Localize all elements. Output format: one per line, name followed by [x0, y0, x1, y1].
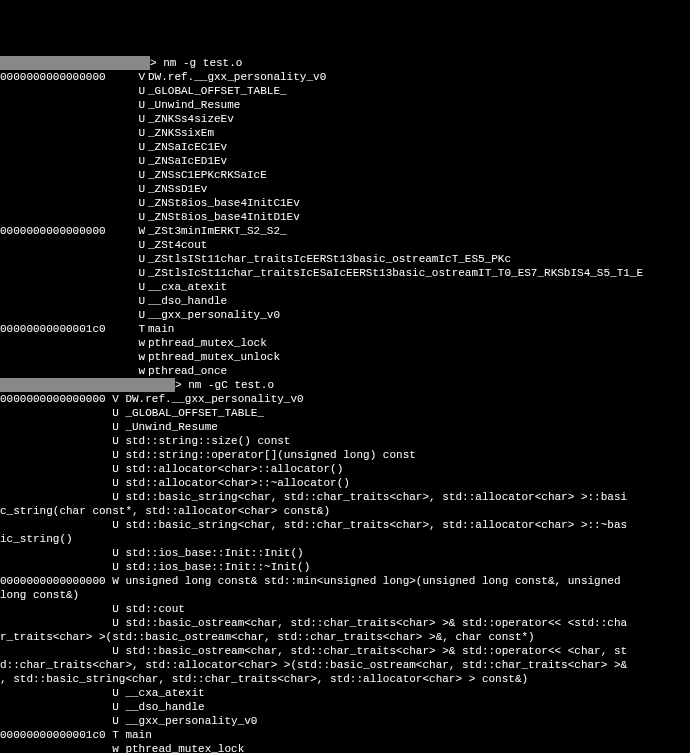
symbol-type: U: [132, 140, 148, 154]
nm-demangled-row: U std::basic_string<char, std::char_trai…: [0, 490, 690, 504]
nm-demangled-row: U std::ios_base::Init::~Init(): [0, 560, 690, 574]
symbol-name: _ZStlsIcSt11char_traitsIcESaIcEERSt13bas…: [148, 266, 643, 280]
symbol-name: pthread_once: [148, 364, 227, 378]
symbol-address: [0, 294, 132, 308]
symbol-type: U: [132, 294, 148, 308]
symbol-name: _ZNSaIcEC1Ev: [148, 140, 227, 154]
symbol-address: [0, 84, 132, 98]
command-text[interactable]: nm -g test.o: [163, 56, 242, 70]
prompt-marker: >: [175, 378, 188, 392]
nm-demangled-row: 0000000000000000 V DW.ref.__gxx_personal…: [0, 392, 690, 406]
symbol-name: _ZNSt8ios_base4InitD1Ev: [148, 210, 300, 224]
symbol-address: [0, 140, 132, 154]
symbol-type: W: [132, 224, 148, 238]
symbol-name: _ZNSt8ios_base4InitC1Ev: [148, 196, 300, 210]
nm-demangled-row: U std::allocator<char>::allocator(): [0, 462, 690, 476]
nm-output-row: U _ZStlsIcSt11char_traitsIcESaIcEERSt13b…: [0, 266, 690, 280]
symbol-address: 00000000000001c0: [0, 322, 132, 336]
symbol-address: [0, 182, 132, 196]
nm-output-row: U __dso_handle: [0, 294, 690, 308]
nm-output-row: U _ZNSt8ios_base4InitC1Ev: [0, 196, 690, 210]
prompt-redacted: [0, 56, 150, 70]
symbol-address: [0, 112, 132, 126]
nm-demangled-row: w pthread_mutex_lock: [0, 742, 690, 753]
nm-output-row: U _ZNSt8ios_base4InitD1Ev: [0, 210, 690, 224]
nm-output-row: U __gxx_personality_v0: [0, 308, 690, 322]
symbol-type: U: [132, 98, 148, 112]
symbol-name: _Unwind_Resume: [148, 98, 240, 112]
symbol-address: [0, 154, 132, 168]
symbol-address: [0, 364, 132, 378]
symbol-name: pthread_mutex_unlock: [148, 350, 280, 364]
nm-demangled-row: U _GLOBAL_OFFSET_TABLE_: [0, 406, 690, 420]
nm-demangled-row: U std::ios_base::Init::Init(): [0, 546, 690, 560]
symbol-type: U: [132, 308, 148, 322]
symbol-name: _ZSt3minImERKT_S2_S2_: [148, 224, 287, 238]
symbol-address: [0, 336, 132, 350]
symbol-type: w: [132, 336, 148, 350]
nm-demangled-row: U __gxx_personality_v0: [0, 714, 690, 728]
symbol-address: 0000000000000000: [0, 224, 132, 238]
symbol-name: _ZNSsC1EPKcRKSaIcE: [148, 168, 267, 182]
symbol-name: __dso_handle: [148, 294, 227, 308]
nm-output-row: U _ZSt4cout: [0, 238, 690, 252]
nm-demangled-row: U __dso_handle: [0, 700, 690, 714]
nm-demangled-row: U std::basic_string<char, std::char_trai…: [0, 518, 690, 532]
prompt-line-1: > nm -g test.o: [0, 56, 690, 70]
symbol-type: U: [132, 154, 148, 168]
nm-demangled-row: d::char_traits<char>, std::allocator<cha…: [0, 658, 690, 672]
nm-output-row: U _ZNSsC1EPKcRKSaIcE: [0, 168, 690, 182]
nm-demangled-row: U std::basic_ostream<char, std::char_tra…: [0, 644, 690, 658]
symbol-name: _ZSt4cout: [148, 238, 207, 252]
symbol-address: [0, 196, 132, 210]
symbol-address: [0, 126, 132, 140]
nm-demangled-row: r_traits<char> >(std::basic_ostream<char…: [0, 630, 690, 644]
nm-demangled-row: U std::basic_ostream<char, std::char_tra…: [0, 616, 690, 630]
symbol-address: [0, 168, 132, 182]
command-text[interactable]: nm -gC test.o: [188, 378, 274, 392]
symbol-name: _ZStlsISt11char_traitsIcEERSt13basic_ost…: [148, 252, 511, 266]
symbol-name: __gxx_personality_v0: [148, 308, 280, 322]
nm-output-row: U _Unwind_Resume: [0, 98, 690, 112]
nm-output-row: U _ZNSaIcEC1Ev: [0, 140, 690, 154]
symbol-type: U: [132, 196, 148, 210]
nm-demangled-row: long const&): [0, 588, 690, 602]
nm-demangled-row: U __cxa_atexit: [0, 686, 690, 700]
prompt-line-2: > nm -gC test.o: [0, 378, 690, 392]
nm-output-row: 0000000000000000 W _ZSt3minImERKT_S2_S2_: [0, 224, 690, 238]
symbol-type: U: [132, 182, 148, 196]
symbol-name: __cxa_atexit: [148, 280, 227, 294]
nm-demangled-row: ic_string(): [0, 532, 690, 546]
symbol-address: [0, 308, 132, 322]
symbol-type: U: [132, 112, 148, 126]
nm-output-row: U _GLOBAL_OFFSET_TABLE_: [0, 84, 690, 98]
symbol-name: _ZNSsD1Ev: [148, 182, 207, 196]
symbol-name: main: [148, 322, 174, 336]
symbol-name: pthread_mutex_lock: [148, 336, 267, 350]
symbol-type: U: [132, 238, 148, 252]
symbol-name: _ZNSaIcED1Ev: [148, 154, 227, 168]
symbol-address: [0, 238, 132, 252]
symbol-type: U: [132, 126, 148, 140]
symbol-address: [0, 266, 132, 280]
nm-output-row: U _ZNSsD1Ev: [0, 182, 690, 196]
nm-demangled-row: U std::allocator<char>::~allocator(): [0, 476, 690, 490]
nm-demangled-row: c_string(char const*, std::allocator<cha…: [0, 504, 690, 518]
nm-output-row: w pthread_mutex_lock: [0, 336, 690, 350]
nm-output-row: U _ZNKSs4sizeEv: [0, 112, 690, 126]
symbol-name: _ZNKSsixEm: [148, 126, 214, 140]
symbol-type: w: [132, 364, 148, 378]
symbol-type: V: [132, 70, 148, 84]
nm-demangled-row: 0000000000000000 W unsigned long const& …: [0, 574, 690, 588]
nm-demangled-row: U std::cout: [0, 602, 690, 616]
nm-output-row: w pthread_once: [0, 364, 690, 378]
symbol-address: [0, 210, 132, 224]
symbol-address: 0000000000000000: [0, 70, 132, 84]
prompt-redacted: [0, 378, 175, 392]
symbol-type: w: [132, 350, 148, 364]
prompt-marker: >: [150, 56, 163, 70]
symbol-address: [0, 252, 132, 266]
symbol-name: _ZNKSs4sizeEv: [148, 112, 234, 126]
symbol-type: U: [132, 168, 148, 182]
nm-output-row: w pthread_mutex_unlock: [0, 350, 690, 364]
